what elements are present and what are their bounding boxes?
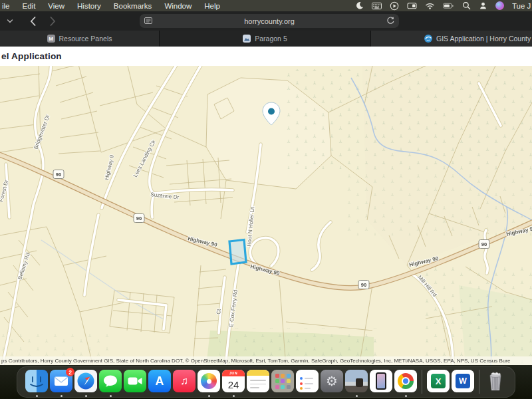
finder-icon bbox=[25, 370, 48, 392]
iphone-icon bbox=[370, 370, 392, 392]
messages-icon bbox=[99, 370, 122, 392]
selected-parcel[interactable] bbox=[229, 240, 246, 265]
gis-globe-favicon bbox=[424, 35, 432, 43]
menu-item-view[interactable]: View bbox=[48, 2, 65, 10]
notes-icon bbox=[247, 370, 269, 392]
menu-item-window[interactable]: Window bbox=[164, 2, 192, 10]
gear-glyph: ⚙ bbox=[326, 373, 338, 389]
keyboard-icon[interactable] bbox=[372, 1, 382, 10]
map-canvas[interactable]: 90 90 90 90 Bridgewater Dr Highway 9 Lee… bbox=[0, 66, 532, 365]
dock-item-system-settings[interactable]: ⚙ bbox=[321, 370, 343, 397]
menu-item-file[interactable]: ile bbox=[2, 2, 10, 10]
now-playing-icon[interactable] bbox=[390, 1, 399, 11]
running-indicator bbox=[233, 395, 235, 397]
siri-icon[interactable] bbox=[495, 1, 504, 10]
dock-item-messages[interactable] bbox=[99, 370, 122, 397]
map-attribution: ps Contributors, Horry County Government… bbox=[0, 356, 532, 365]
tab-label: Paragon 5 bbox=[255, 35, 287, 43]
dock-item-trash[interactable] bbox=[484, 370, 507, 397]
toggle-icon[interactable] bbox=[407, 1, 417, 10]
moon-icon[interactable] bbox=[355, 1, 364, 10]
dock-item-app-store[interactable]: A bbox=[148, 370, 171, 397]
image-app-icon bbox=[345, 370, 368, 392]
calendar-icon: JUN 24 bbox=[222, 370, 245, 392]
running-indicator bbox=[85, 395, 87, 397]
svg-text:90: 90 bbox=[481, 241, 487, 247]
running-indicator bbox=[208, 395, 210, 397]
forward-button[interactable] bbox=[44, 17, 61, 26]
calendar-day: 24 bbox=[222, 376, 245, 392]
back-button[interactable] bbox=[24, 17, 41, 26]
dock-item-calendar[interactable]: JUN 24 bbox=[222, 370, 245, 397]
running-indicator bbox=[356, 395, 358, 397]
tab-resource-panels[interactable]: M Resource Panels bbox=[0, 31, 160, 47]
word-glyph: W bbox=[459, 376, 467, 386]
user-icon[interactable] bbox=[479, 1, 487, 10]
running-indicator bbox=[61, 395, 63, 397]
address-bar[interactable]: horrycounty.org bbox=[140, 14, 399, 28]
dock-item-mail[interactable]: 2 bbox=[50, 370, 72, 397]
macos-menubar: ile Edit View History Bookmarks Window H… bbox=[0, 0, 532, 11]
spotlight-search-icon[interactable] bbox=[462, 1, 471, 10]
route-shield-90: 90 bbox=[53, 170, 64, 179]
excel-icon: X bbox=[427, 370, 450, 392]
chrome-icon bbox=[394, 370, 417, 392]
menu-item-bookmarks[interactable]: Bookmarks bbox=[114, 2, 152, 10]
menubar-clock[interactable]: Tue J bbox=[512, 2, 532, 10]
tab-label: Resource Panels bbox=[59, 35, 112, 43]
dock-item-launchpad[interactable] bbox=[271, 370, 294, 397]
music-note-glyph: ♫ bbox=[180, 375, 188, 387]
launchpad-icon bbox=[271, 370, 294, 392]
tab-bar: M Resource Panels Paragon 5 GIS Applicat… bbox=[0, 31, 532, 47]
tab-overview-chevron-icon[interactable] bbox=[1, 18, 19, 25]
dock-item-photos[interactable] bbox=[198, 370, 220, 397]
photos-icon bbox=[198, 370, 220, 392]
trash-icon bbox=[484, 370, 507, 392]
wifi-icon[interactable] bbox=[425, 1, 435, 10]
excel-glyph: X bbox=[436, 376, 442, 386]
reminders-icon bbox=[296, 370, 319, 392]
menu-item-edit[interactable]: Edit bbox=[23, 2, 36, 10]
dock-item-word[interactable]: W bbox=[452, 370, 474, 397]
menu-items: ile Edit View History Bookmarks Window H… bbox=[0, 2, 220, 10]
desktop-strip: 2 A ♫ bbox=[0, 365, 532, 399]
parcel-map[interactable]: 90 90 90 90 Bridgewater Dr Highway 9 Lee… bbox=[0, 66, 532, 365]
dock-item-facetime[interactable] bbox=[124, 370, 146, 397]
route-shield-90: 90 bbox=[358, 281, 369, 289]
dock-item-chrome[interactable] bbox=[394, 370, 417, 397]
dock-item-reminders[interactable] bbox=[296, 370, 319, 397]
tab-gis-application[interactable]: GIS Application | Horry County Governmen… bbox=[371, 31, 532, 47]
reader-icon[interactable] bbox=[140, 17, 152, 26]
facetime-icon bbox=[124, 370, 146, 392]
app-store-icon: A bbox=[148, 370, 171, 392]
dock-divider bbox=[422, 370, 422, 394]
running-indicator bbox=[110, 395, 112, 397]
dock-item-image-app[interactable] bbox=[345, 370, 368, 397]
app-store-glyph: A bbox=[156, 374, 164, 388]
dock: 2 A ♫ bbox=[17, 366, 515, 398]
dock-item-excel[interactable]: X bbox=[427, 370, 450, 397]
dock-item-safari[interactable] bbox=[74, 370, 97, 397]
dock-divider bbox=[479, 370, 479, 394]
running-indicator bbox=[36, 395, 38, 397]
dock-item-iphone-mirroring[interactable] bbox=[370, 370, 392, 397]
url-text[interactable]: horrycounty.org bbox=[152, 17, 386, 25]
running-indicator bbox=[405, 395, 407, 397]
page-title: el Application bbox=[1, 51, 62, 61]
dock-item-music[interactable]: ♫ bbox=[173, 370, 196, 397]
tab-paragon-5[interactable]: Paragon 5 bbox=[160, 31, 371, 47]
svg-text:90: 90 bbox=[136, 215, 142, 221]
resource-panels-favicon: M bbox=[47, 35, 55, 43]
menu-item-help[interactable]: Help bbox=[204, 2, 220, 10]
menu-item-history[interactable]: History bbox=[77, 2, 101, 10]
dock-item-notes[interactable] bbox=[247, 370, 269, 397]
system-settings-gear-icon: ⚙ bbox=[321, 370, 343, 392]
battery-icon[interactable] bbox=[443, 1, 454, 10]
route-shield-90: 90 bbox=[479, 240, 489, 249]
dock-item-finder[interactable] bbox=[25, 370, 48, 397]
safari-icon bbox=[74, 370, 97, 392]
refresh-icon[interactable] bbox=[386, 17, 399, 26]
calendar-month: JUN bbox=[222, 370, 245, 376]
mail-badge: 2 bbox=[66, 368, 74, 376]
route-shield-90: 90 bbox=[134, 214, 144, 223]
